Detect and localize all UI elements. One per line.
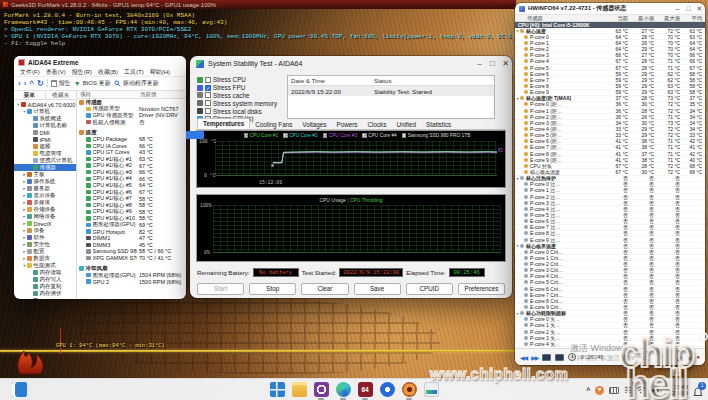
edge-browser-icon[interactable] bbox=[336, 382, 351, 397]
checkbox[interactable] bbox=[205, 108, 211, 114]
sidebar-item-超频[interactable]: 超频 bbox=[14, 143, 76, 150]
cpuid-button[interactable]: CPUID bbox=[406, 283, 453, 295]
sidebar-item-软件[interactable]: ▸软件 bbox=[14, 234, 76, 241]
sidebar-item-DirectX[interactable]: ▸DirectX bbox=[14, 220, 76, 227]
start-button[interactable] bbox=[270, 382, 285, 397]
sidebar-item-AIDA64 v6.70.6000[interactable]: ▾AIDA64 v6.70.6000 bbox=[14, 101, 76, 108]
forward-icon[interactable]: › bbox=[24, 80, 27, 88]
menu-item[interactable]: 收藏(B) bbox=[95, 68, 121, 77]
sensor-row[interactable]: CPU Package68 °C bbox=[77, 136, 186, 143]
tab-favorites[interactable]: 收藏夹 bbox=[46, 91, 77, 99]
maximize-button[interactable]: □ bbox=[486, 56, 499, 71]
sidebar-item-便携式计算机[interactable]: 便携式计算机 bbox=[14, 157, 76, 164]
legend-checkbox[interactable]: ✓ bbox=[323, 133, 328, 138]
back-icon[interactable]: ‹ bbox=[18, 80, 21, 88]
legend-checkbox[interactable]: ✓ bbox=[244, 133, 249, 138]
aida64-titlebar[interactable]: AIDA64 Extreme bbox=[14, 56, 186, 68]
checkbox[interactable] bbox=[205, 77, 211, 83]
sensor-row[interactable]: 机箱入侵检测否 bbox=[77, 119, 186, 126]
tray-overflow-icon[interactable]: ^ bbox=[586, 387, 590, 394]
app-icon[interactable] bbox=[380, 382, 395, 397]
sensor-row[interactable]: 图形处理器(GPU)1504 RPM (68%) bbox=[77, 272, 186, 279]
sensor-row[interactable]: GPU Hotspot82 °C bbox=[77, 228, 186, 235]
stress-option[interactable]: Stress CPU bbox=[197, 76, 287, 84]
refresh-icon[interactable]: ↻ bbox=[37, 80, 44, 88]
menu-item[interactable]: 查看(V) bbox=[43, 68, 69, 77]
stress-option[interactable]: Stress local disks bbox=[197, 107, 287, 115]
tab-powers[interactable]: Powers bbox=[331, 120, 362, 129]
sidebar-item-多媒体[interactable]: ▸多媒体 bbox=[14, 199, 76, 206]
sidebar-item-内存潜伏[interactable]: 内存潜伏 bbox=[14, 290, 76, 297]
minimize-button[interactable]: – bbox=[672, 3, 683, 14]
up-icon[interactable]: ^ bbox=[29, 80, 34, 88]
sidebar-item-设备[interactable]: ▸设备 bbox=[14, 227, 76, 234]
sensor-row[interactable]: XPG GAMMIX S70 BLADE70 °C / 41 °C bbox=[77, 255, 186, 262]
stress-option[interactable]: ✓Stress FPU bbox=[197, 84, 287, 92]
close-button[interactable]: ✕ bbox=[694, 3, 705, 14]
sensor-row[interactable]: 图形处理器(GPU)69 °C bbox=[77, 222, 186, 229]
sidebar-item-计算机名称[interactable]: 计算机名称 bbox=[14, 122, 76, 129]
sidebar-item-内存复制[interactable]: 内存复制 bbox=[14, 283, 76, 290]
checkbox[interactable]: ✓ bbox=[205, 85, 211, 91]
sidebar-item-CPU Queen[interactable]: CPU Queen bbox=[14, 297, 76, 299]
monitor-icon[interactable] bbox=[542, 354, 551, 361]
sidebar-item-存储设备[interactable]: ▸存储设备 bbox=[14, 206, 76, 213]
file-explorer-icon[interactable] bbox=[292, 382, 307, 397]
sidebar-item-数据库[interactable]: ▸数据库 bbox=[14, 255, 76, 262]
sidebar-item-计算机[interactable]: ▾计算机 bbox=[14, 108, 76, 115]
furmark-titlebar[interactable]: Geeks3D FurMark v1.28.0.2 - 64bits - GPU… bbox=[0, 0, 516, 9]
prev-icons[interactable]: ◀◀ bbox=[520, 354, 527, 361]
legend-item[interactable]: ✓CPU Core #3 bbox=[323, 132, 358, 139]
legend-item[interactable]: Samsung SSD 980 PRO 1TB bbox=[402, 132, 471, 139]
sidebar-item-显示设备[interactable]: ▸显示设备 bbox=[14, 192, 76, 199]
save-button[interactable]: Save bbox=[354, 283, 401, 295]
status-row[interactable]: 2022/6/9 15:22:00 Stability Test: Starte… bbox=[288, 86, 494, 96]
driver-update-button[interactable]: 驱动程序更新 bbox=[114, 79, 159, 88]
maximize-button[interactable]: □ bbox=[683, 3, 694, 14]
monitor2-icon[interactable] bbox=[555, 354, 564, 361]
sidebar-item-操作系统[interactable]: ▸操作系统 bbox=[14, 178, 76, 185]
hwinfo-titlebar[interactable]: HWiNFO64 v7.22-4731 - 传感器状态 – □ ✕ bbox=[515, 3, 705, 14]
tab-unified[interactable]: Unified bbox=[391, 120, 421, 129]
sidebar-item-传感器[interactable]: 传感器 bbox=[14, 164, 76, 171]
sensor-row[interactable]: DIMM147 °C bbox=[77, 235, 186, 242]
sidebar-item-服务器[interactable]: ▸服务器 bbox=[14, 185, 76, 192]
sidebar-item-IPMI[interactable]: IPMI bbox=[14, 136, 76, 143]
bios-update-button[interactable]: ▼BIOS 更新 bbox=[74, 79, 111, 88]
tab-cooling-fans[interactable]: Cooling Fans bbox=[250, 120, 297, 129]
next-icons[interactable]: ▶▶ bbox=[531, 354, 538, 361]
preferences-button[interactable]: Preferences bbox=[458, 283, 505, 295]
furmark-taskbar-icon[interactable] bbox=[402, 382, 417, 397]
sensor-row[interactable]: DIMM345 °C bbox=[77, 241, 186, 248]
menu-item[interactable]: 工具(T) bbox=[121, 68, 147, 77]
sidebar-item-内存写入[interactable]: 内存写入 bbox=[14, 276, 76, 283]
legend-item[interactable]: ✓CPU Core #4 bbox=[362, 132, 397, 139]
sidebar-item-安全性[interactable]: ▸安全性 bbox=[14, 241, 76, 248]
legend-checkbox[interactable] bbox=[402, 133, 407, 138]
tab-voltages[interactable]: Voltages bbox=[297, 120, 331, 129]
sensor-row[interactable]: CPU IA Cores66 °C bbox=[77, 143, 186, 150]
stability-test-taskbar-icon[interactable] bbox=[424, 382, 439, 397]
sidebar-item-内存读取[interactable]: 内存读取 bbox=[14, 269, 76, 276]
legend-item[interactable]: ✓CPU Core #1 bbox=[244, 132, 279, 139]
stress-option[interactable]: Stress cache bbox=[197, 92, 287, 100]
tab-statistics[interactable]: Statistics bbox=[421, 120, 456, 129]
tab-menu[interactable]: 菜单 bbox=[14, 91, 46, 99]
hwinfo-taskbar-icon[interactable] bbox=[314, 382, 329, 397]
stop-button[interactable]: Stop bbox=[249, 283, 296, 295]
sidebar-item-网络设备[interactable]: ▸网络设备 bbox=[14, 213, 76, 220]
checkbox[interactable] bbox=[205, 92, 211, 98]
legend-item[interactable]: ✓CPU Core #2 bbox=[283, 132, 318, 139]
sidebar-item-DMI[interactable]: DMI bbox=[14, 129, 76, 136]
sensor-row[interactable]: Samsung SSD 980 PRO 1TB58 °C / 66 °C bbox=[77, 248, 186, 255]
sidebar-item-配置[interactable]: ▸配置 bbox=[14, 248, 76, 255]
menu-item[interactable]: 报告(R) bbox=[69, 68, 95, 77]
legend-checkbox[interactable]: ✓ bbox=[362, 133, 367, 138]
menu-item[interactable]: 文件(F) bbox=[17, 68, 43, 77]
clear-button[interactable]: Clear bbox=[301, 283, 348, 295]
tab-clocks[interactable]: Clocks bbox=[362, 120, 391, 129]
stability-test-titlebar[interactable]: System Stability Test - AIDA64 – □ ✕ bbox=[190, 56, 512, 71]
stress-option[interactable]: Stress system memory bbox=[197, 99, 287, 107]
menu-item[interactable]: 帮助(H) bbox=[147, 68, 173, 77]
sensor-group-row[interactable]: 温度 bbox=[77, 129, 186, 136]
